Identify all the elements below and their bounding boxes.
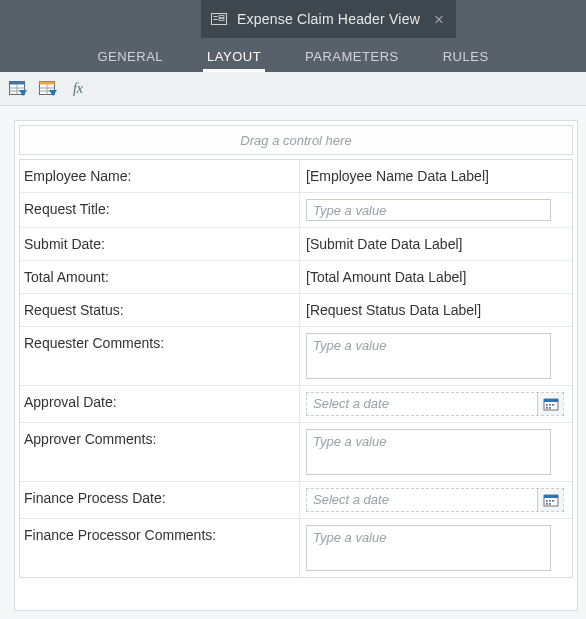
label-request-status: Request Status: xyxy=(24,302,124,318)
svg-rect-28 xyxy=(552,500,554,502)
row-finance-process-date: Finance Process Date: Select a date xyxy=(20,482,572,519)
row-finance-processor-comments: Finance Processor Comments: xyxy=(20,519,572,577)
approval-date-picker[interactable]: Select a date xyxy=(306,392,564,416)
svg-rect-25 xyxy=(544,495,558,498)
label-approver-comments: Approver Comments: xyxy=(24,431,156,447)
finance-process-date-input[interactable]: Select a date xyxy=(307,489,537,511)
row-submit-date: Submit Date: [Submit Date Data Label] xyxy=(20,228,572,261)
approver-comments-input[interactable] xyxy=(306,429,551,475)
close-tab-button[interactable]: × xyxy=(434,11,444,28)
svg-rect-4 xyxy=(219,19,224,21)
svg-rect-12 xyxy=(40,81,55,84)
row-total-amount: Total Amount: [Total Amount Data Label] xyxy=(20,261,572,294)
employee-name-data-label[interactable]: [Employee Name Data Label] xyxy=(306,166,489,186)
svg-rect-3 xyxy=(219,16,224,18)
design-canvas: Drag a control here Employee Name: [Empl… xyxy=(14,120,578,611)
expression-builder-button[interactable]: fx xyxy=(68,79,88,99)
insert-table-button[interactable] xyxy=(38,79,58,99)
label-total-amount: Total Amount: xyxy=(24,269,109,285)
table-properties-button[interactable] xyxy=(8,79,28,99)
finance-process-date-picker[interactable]: Select a date xyxy=(306,488,564,512)
form-layout-table: Employee Name: [Employee Name Data Label… xyxy=(19,159,573,578)
svg-rect-1 xyxy=(214,16,218,17)
row-requester-comments: Requester Comments: xyxy=(20,327,572,386)
document-title: Expense Claim Header View xyxy=(237,11,420,27)
label-request-title: Request Title: xyxy=(24,201,110,217)
tab-general[interactable]: GENERAL xyxy=(93,41,167,72)
svg-rect-22 xyxy=(546,407,548,409)
app-header: Expense Claim Header View × GENERAL LAYO… xyxy=(0,0,586,72)
view-subtabs: GENERAL LAYOUT PARAMETERS RULES xyxy=(0,38,586,72)
total-amount-data-label[interactable]: [Total Amount Data Label] xyxy=(306,267,466,287)
svg-rect-23 xyxy=(549,407,551,409)
svg-rect-18 xyxy=(544,399,558,402)
svg-rect-2 xyxy=(214,19,218,20)
requester-comments-input[interactable] xyxy=(306,333,551,379)
svg-rect-27 xyxy=(549,500,551,502)
request-title-input[interactable] xyxy=(306,199,551,221)
tab-layout[interactable]: LAYOUT xyxy=(203,41,265,72)
svg-rect-29 xyxy=(546,503,548,505)
row-approval-date: Approval Date: Select a date xyxy=(20,386,572,423)
row-employee-name: Employee Name: [Employee Name Data Label… xyxy=(20,160,572,193)
tab-parameters[interactable]: PARAMETERS xyxy=(301,41,403,72)
svg-rect-26 xyxy=(546,500,548,502)
approval-date-input[interactable]: Select a date xyxy=(307,393,537,415)
svg-rect-21 xyxy=(552,404,554,406)
request-status-data-label[interactable]: [Request Status Data Label] xyxy=(306,300,481,320)
drop-target-label: Drag a control here xyxy=(240,133,351,148)
row-request-status: Request Status: [Request Status Data Lab… xyxy=(20,294,572,327)
label-employee-name: Employee Name: xyxy=(24,168,131,184)
label-finance-processor-comments: Finance Processor Comments: xyxy=(24,527,216,543)
form-view-icon xyxy=(211,12,227,26)
row-approver-comments: Approver Comments: xyxy=(20,423,572,482)
calendar-icon[interactable] xyxy=(537,393,563,415)
design-canvas-container: Drag a control here Employee Name: [Empl… xyxy=(0,106,586,619)
drop-target[interactable]: Drag a control here xyxy=(19,125,573,155)
label-finance-process-date: Finance Process Date: xyxy=(24,490,166,506)
svg-rect-30 xyxy=(549,503,551,505)
svg-rect-6 xyxy=(10,81,25,84)
submit-date-data-label[interactable]: [Submit Date Data Label] xyxy=(306,234,462,254)
finance-processor-comments-input[interactable] xyxy=(306,525,551,571)
designer-toolbar: fx xyxy=(0,72,586,106)
label-approval-date: Approval Date: xyxy=(24,394,117,410)
svg-rect-19 xyxy=(546,404,548,406)
svg-rect-20 xyxy=(549,404,551,406)
calendar-icon[interactable] xyxy=(537,489,563,511)
tab-rules[interactable]: RULES xyxy=(439,41,493,72)
row-request-title: Request Title: xyxy=(20,193,572,228)
label-requester-comments: Requester Comments: xyxy=(24,335,164,351)
label-submit-date: Submit Date: xyxy=(24,236,105,252)
active-document-tab[interactable]: Expense Claim Header View × xyxy=(201,0,456,38)
